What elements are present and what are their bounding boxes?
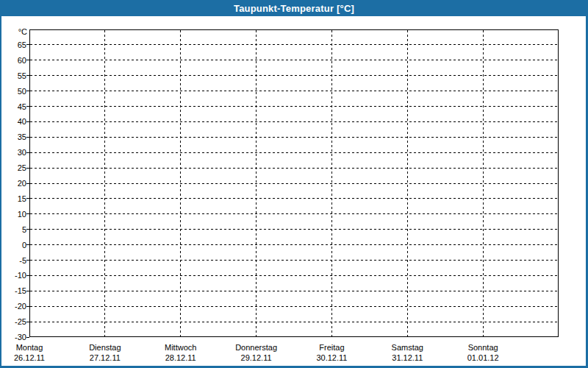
y-axis-tick-mark: [26, 60, 29, 60]
y-axis-tick-mark: [26, 213, 29, 214]
horizontal-gridline: [30, 306, 558, 307]
y-axis-tick-mark: [26, 198, 29, 199]
vertical-gridline: [256, 30, 257, 336]
y-axis-tick-mark: [26, 183, 29, 184]
y-axis-tick-label: -20: [0, 301, 26, 311]
y-axis-tick-mark: [26, 75, 29, 76]
horizontal-gridline: [30, 291, 558, 291]
y-axis-tick-label: 30: [0, 147, 26, 158]
x-axis-day-label: Donnerstag: [219, 342, 294, 353]
x-axis-day-label: Samstag: [370, 342, 445, 353]
x-axis-day-label: Freitag: [294, 342, 369, 353]
horizontal-gridline: [30, 260, 558, 261]
x-axis-date-label: 01.01.12: [445, 353, 520, 363]
x-axis-date-label: 27.12.11: [68, 353, 143, 363]
horizontal-gridline: [30, 60, 558, 60]
y-axis-tick-label: 45: [0, 102, 26, 112]
horizontal-gridline: [30, 106, 558, 107]
vertical-gridline: [331, 30, 332, 336]
y-axis-tick-label: 50: [0, 86, 26, 96]
y-axis-tick-mark: [26, 275, 29, 276]
y-axis-tick-label: 35: [0, 132, 26, 142]
y-axis-tick-label: -25: [0, 316, 26, 327]
y-axis-tick-mark: [26, 91, 29, 91]
y-axis-tick-label: -5: [0, 255, 26, 266]
y-axis-tick-label: 55: [0, 71, 26, 81]
horizontal-gridline: [30, 183, 558, 184]
horizontal-gridline: [30, 322, 558, 322]
app-window: Taupunkt-Temperatur [°C] °C 656055504540…: [0, 0, 588, 368]
y-axis-tick-label: -15: [0, 286, 26, 296]
y-axis-tick-label: 15: [0, 194, 26, 204]
y-axis-tick-label: 20: [0, 178, 26, 188]
horizontal-gridline: [30, 44, 558, 45]
x-axis-day-label: Montag: [0, 342, 67, 353]
x-axis-date-label: 30.12.11: [294, 353, 369, 363]
x-axis-day-label: Mittwoch: [143, 342, 218, 353]
vertical-gridline: [104, 30, 105, 336]
y-axis-tick-mark: [26, 229, 29, 230]
horizontal-gridline: [30, 198, 558, 199]
horizontal-gridline: [30, 213, 558, 214]
y-axis-tick-label: 40: [0, 116, 26, 127]
x-axis-date-label: 31.12.11: [370, 353, 445, 363]
vertical-gridline: [180, 30, 181, 336]
y-axis-tick-mark: [26, 121, 29, 122]
horizontal-gridline: [30, 75, 558, 76]
y-axis-tick-mark: [26, 337, 29, 338]
x-axis-day-label: Sonntag: [445, 342, 520, 353]
horizontal-gridline: [30, 137, 558, 138]
y-axis-tick-mark: [26, 322, 29, 322]
y-axis-tick-mark: [26, 168, 29, 169]
y-axis-tick-mark: [26, 44, 29, 45]
window-frame-left: [0, 0, 1, 368]
y-axis-tick-label: 5: [0, 224, 26, 235]
y-axis-tick-mark: [26, 244, 29, 245]
y-axis-tick-label: 65: [0, 40, 26, 50]
y-axis-tick-label: 25: [0, 163, 26, 173]
x-axis-date-label: 26.12.11: [0, 353, 67, 363]
chart-layer: 65605550454035302520151050-5-10-15-20-25…: [0, 0, 588, 368]
horizontal-gridline: [30, 121, 558, 122]
y-axis-tick-mark: [26, 260, 29, 261]
horizontal-gridline: [30, 229, 558, 230]
horizontal-gridline: [30, 168, 558, 169]
horizontal-gridline: [30, 275, 558, 276]
y-axis-tick-mark: [26, 152, 29, 153]
x-axis-date-label: 29.12.11: [219, 353, 294, 363]
x-axis-day-label: Dienstag: [68, 342, 143, 353]
y-axis-tick-mark: [26, 137, 29, 138]
y-axis-tick-label: -30: [0, 332, 26, 342]
vertical-gridline: [483, 30, 484, 336]
y-axis-tick-label: 10: [0, 209, 26, 219]
y-axis-tick-mark: [26, 291, 29, 291]
x-axis-date-label: 28.12.11: [143, 353, 218, 363]
horizontal-gridline: [30, 244, 558, 245]
y-axis-tick-mark: [26, 306, 29, 307]
horizontal-gridline: [30, 152, 558, 153]
vertical-gridline: [407, 30, 408, 336]
horizontal-gridline: [30, 91, 558, 91]
y-axis-tick-label: 60: [0, 55, 26, 66]
y-axis-tick-mark: [26, 106, 29, 107]
y-axis-tick-label: 0: [0, 240, 26, 250]
y-axis-tick-label: -10: [0, 270, 26, 280]
